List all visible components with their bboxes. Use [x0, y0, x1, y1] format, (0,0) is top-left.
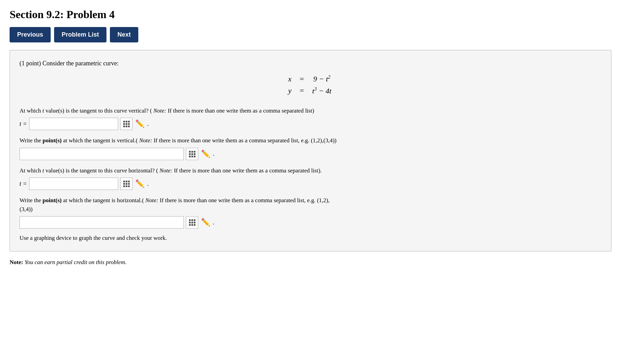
question-4-block: Write the point(s) at which the tangent …: [20, 196, 600, 229]
question-3-block: At which t value(s) is the tangent to th…: [20, 166, 600, 190]
svg-rect-14: [194, 153, 195, 155]
svg-rect-33: [189, 224, 191, 226]
nav-buttons: Previous Problem List Next: [10, 27, 611, 42]
svg-rect-31: [191, 222, 193, 223]
svg-rect-12: [189, 153, 191, 155]
next-button[interactable]: Next: [110, 27, 138, 42]
question-1-block: At which t value(s) is the tangent to th…: [20, 106, 600, 130]
intro-text: Consider the parametric curve:: [42, 60, 118, 67]
q4-input[interactable]: [20, 216, 184, 229]
svg-rect-27: [189, 219, 191, 221]
svg-rect-28: [191, 219, 193, 221]
grid-icon: [123, 120, 130, 127]
question-2-answer-row: ✏️ .: [20, 148, 600, 160]
svg-rect-35: [194, 224, 195, 226]
q3-input[interactable]: [29, 178, 118, 190]
q1-input[interactable]: [29, 118, 118, 130]
svg-rect-11: [194, 151, 195, 153]
svg-rect-0: [123, 121, 125, 122]
question-2-text: Write the point(s) at which the tangent …: [20, 136, 600, 145]
bottom-note: Note: You can earn partial credit on thi…: [10, 259, 611, 266]
svg-rect-23: [128, 183, 130, 185]
q4-grid-button[interactable]: [186, 216, 198, 229]
x-expression: 9 − t2: [313, 75, 330, 83]
svg-rect-32: [194, 222, 195, 223]
grid-icon-2: [189, 151, 195, 157]
svg-rect-22: [126, 183, 127, 185]
svg-rect-10: [191, 151, 193, 153]
svg-rect-9: [189, 151, 191, 153]
grid-icon-4: [189, 219, 195, 226]
graph-note: Use a graphing device to graph the curve…: [20, 235, 600, 242]
svg-rect-8: [128, 126, 130, 127]
q1-pencil-icon: ✏️: [135, 119, 144, 128]
q4-dot: .: [213, 219, 215, 226]
svg-rect-20: [128, 181, 130, 182]
svg-rect-3: [123, 123, 125, 125]
q2-grid-button[interactable]: [186, 148, 198, 160]
page-title: Section 9.2: Problem 4: [10, 8, 611, 21]
equations-block: x = 9 − t2 y = t3 − 4t: [20, 73, 600, 97]
y-equals: =: [300, 86, 304, 95]
svg-rect-24: [123, 185, 125, 187]
q1-grid-button[interactable]: ​: [120, 118, 132, 130]
q2-pencil-icon: ✏️: [201, 150, 210, 158]
problem-list-button[interactable]: Problem List: [54, 27, 106, 42]
question-1-answer-row: t = ​ ✏️ .: [20, 118, 600, 130]
svg-rect-1: [126, 121, 127, 122]
svg-rect-26: [128, 185, 130, 187]
svg-rect-21: [123, 183, 125, 185]
q3-dot: .: [147, 180, 149, 187]
svg-rect-4: [126, 123, 127, 125]
question-3-answer-row: t = ✏️ .: [20, 178, 600, 190]
q3-pencil-icon: ✏️: [135, 179, 144, 188]
x-equals: =: [300, 75, 304, 83]
question-4-text: Write the point(s) at which the tangent …: [20, 196, 600, 213]
svg-rect-25: [126, 185, 127, 187]
question-3-text: At which t value(s) is the tangent to th…: [20, 166, 600, 175]
q4-pencil-icon: ✏️: [201, 218, 210, 227]
previous-button[interactable]: Previous: [10, 27, 51, 42]
svg-rect-30: [189, 222, 191, 223]
svg-rect-19: [126, 181, 127, 182]
svg-rect-17: [194, 156, 195, 157]
points-label: (1 point): [20, 60, 41, 67]
question-1-text: At which t value(s) is the tangent to th…: [20, 106, 600, 115]
grid-icon-3: [123, 180, 130, 187]
svg-rect-2: [128, 121, 130, 122]
y-expression: t3 − 4t: [312, 87, 331, 95]
y-var: y: [288, 86, 292, 95]
svg-rect-29: [194, 219, 195, 221]
svg-rect-7: [126, 126, 127, 127]
x-var: x: [288, 75, 292, 83]
svg-rect-18: [123, 181, 125, 182]
question-2-block: Write the point(s) at which the tangent …: [20, 136, 600, 160]
q1-dot: .: [147, 120, 149, 128]
svg-rect-6: [123, 126, 125, 127]
svg-rect-5: [128, 123, 130, 125]
q3-label: t =: [20, 180, 27, 187]
svg-rect-13: [191, 153, 193, 155]
svg-rect-15: [189, 156, 191, 157]
q3-grid-button[interactable]: [120, 178, 132, 190]
q1-label: t =: [20, 120, 27, 128]
q2-input[interactable]: [20, 148, 184, 160]
problem-intro: (1 point) Consider the parametric curve:: [20, 60, 600, 67]
svg-rect-34: [191, 224, 193, 226]
q2-dot: .: [213, 150, 215, 157]
question-4-answer-row: ✏️ .: [20, 216, 600, 229]
svg-rect-16: [191, 156, 193, 157]
problem-box: (1 point) Consider the parametric curve:…: [10, 50, 611, 251]
